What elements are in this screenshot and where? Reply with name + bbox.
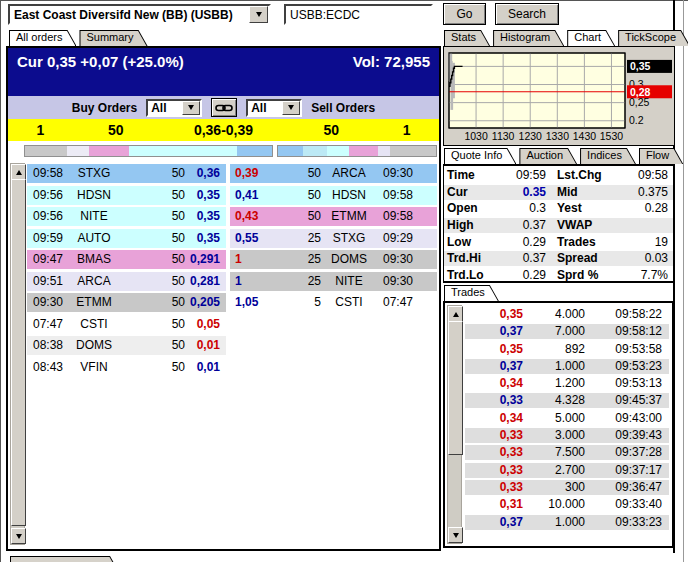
bid-row[interactable]: 09:59AUTO500,35 (27, 229, 226, 248)
quote-value: 09:58 (616, 168, 673, 183)
current-price-text: Cur 0,35 +0,07 (+25.0%) (17, 53, 184, 96)
trade-row[interactable]: 0,371.00009:53:23 (465, 359, 669, 374)
bid-market-maker: HDSN (67, 186, 121, 205)
trade-row[interactable]: 0,3589209:53:58 (465, 342, 669, 357)
depth-segment (378, 146, 391, 156)
quote-label: Time (444, 168, 496, 183)
trade-time: 09:37:28 (585, 445, 669, 460)
scrollbar-thumb[interactable] (11, 179, 26, 526)
ask-row[interactable]: 0,4350ETMM09:58 (230, 207, 437, 226)
x-axis-tick: 1430 (573, 130, 597, 142)
bid-size: 50 (121, 336, 185, 355)
tab-all-orders[interactable]: All orders (9, 30, 76, 46)
bid-row[interactable]: 09:47BMAS500,291 (27, 250, 226, 269)
ask-row[interactable]: 1,055CSTI07:47 (230, 293, 437, 312)
tab-histogram[interactable]: Histogram (493, 30, 564, 46)
trade-row[interactable]: 0,371.00009:33:23 (465, 515, 669, 530)
sell-filter-combobox[interactable]: All (246, 99, 302, 117)
scroll-down-button[interactable] (448, 527, 463, 543)
window-left-edge (0, 0, 1, 562)
bid-time: 08:38 (27, 336, 67, 355)
bid-row[interactable]: 08:38DOMS500,01 (27, 336, 226, 355)
bid-row[interactable]: 09:51ARCA500,281 (27, 272, 226, 291)
instrument-combobox-arrow[interactable] (249, 6, 268, 23)
tab-summary[interactable]: Summary (79, 30, 147, 46)
bid-row[interactable]: 08:43VFIN500,01 (27, 358, 226, 377)
bid-market-maker: ARCA (67, 272, 121, 291)
trade-row[interactable]: 0,341.20009:53:13 (465, 376, 669, 391)
trade-price: 0,33 (465, 428, 523, 443)
trade-price: 0,37 (465, 324, 523, 339)
bid-market-maker: VFIN (67, 358, 121, 377)
trades-scrollbar[interactable] (447, 305, 462, 544)
scroll-up-button[interactable] (11, 164, 26, 180)
trade-row[interactable]: 0,3330009:36:47 (465, 480, 669, 495)
trade-row[interactable]: 0,333.00009:39:43 (465, 428, 669, 443)
tab-indices[interactable]: Indices (580, 148, 636, 164)
trade-row[interactable]: 0,354.00009:58:22 (465, 307, 669, 322)
ask-price: 0,43 (230, 207, 290, 226)
buy-filter-arrow[interactable] (182, 101, 200, 115)
scroll-down-icon (453, 533, 459, 538)
bid-size: 50 (121, 186, 185, 205)
trade-row[interactable]: 0,332.70009:37:17 (465, 463, 669, 478)
bid-total-size: 50 (73, 122, 159, 138)
bottom-tab-stub[interactable] (10, 556, 119, 562)
bid-row[interactable]: 09:56NITE500,35 (27, 207, 226, 226)
x-axis-tick: 1530 (600, 130, 624, 142)
scroll-down-button[interactable] (11, 528, 26, 544)
trade-time: 09:58:12 (585, 324, 669, 339)
trade-row[interactable]: 0,334.32809:45:37 (465, 393, 669, 408)
quote-value: 19 (616, 235, 673, 250)
scrollbar-thumb[interactable] (448, 321, 463, 455)
bid-time: 08:43 (27, 358, 67, 377)
window-outer-right-edge (683, 0, 684, 562)
trade-row[interactable]: 0,337.50009:37:28 (465, 445, 669, 460)
bid-price: 0,205 (185, 293, 226, 312)
buy-filter-combobox[interactable]: All (146, 99, 202, 117)
tab-auction[interactable]: Auction (519, 148, 577, 164)
ask-row[interactable]: 0,5525STXG09:29 (230, 229, 437, 248)
orderbook-scrollbar[interactable] (10, 163, 25, 545)
link-filters-button[interactable] (211, 98, 237, 117)
bid-row[interactable]: 07:47CSTI500,05 (27, 315, 226, 334)
quote-label: Spread (554, 251, 616, 266)
quote-info-row: Trd.Hi0.37Spread0.03 (444, 251, 673, 266)
ask-list: 0,3950ARCA09:300,4150HDSN09:580,4350ETMM… (230, 164, 437, 315)
tab-chart[interactable]: Chart (567, 30, 615, 46)
ask-row[interactable]: 0,4150HDSN09:58 (230, 186, 437, 205)
tab-quote-info[interactable]: Quote Info (444, 148, 516, 164)
ask-row[interactable]: 125NITE09:30 (230, 272, 437, 291)
instrument-combobox[interactable]: East Coast Diversifd New (BB) (USBB) (8, 4, 271, 25)
trade-size: 2.700 (523, 463, 585, 478)
go-button[interactable]: Go (443, 3, 486, 25)
scroll-up-button[interactable] (448, 306, 463, 322)
tab-trades[interactable]: Trades (444, 285, 499, 301)
bid-size: 50 (121, 358, 185, 377)
tab-flow[interactable]: Flow (639, 148, 683, 164)
depth-segment (390, 146, 436, 156)
bid-row[interactable]: 09:56HDSN500,35 (27, 186, 226, 205)
search-button[interactable]: Search (495, 3, 559, 25)
ask-time: 09:58 (377, 207, 437, 226)
depth-segment (327, 146, 349, 156)
trade-row[interactable]: 0,377.00009:58:12 (465, 324, 669, 339)
ask-row[interactable]: 0,3950ARCA09:30 (230, 164, 437, 183)
trade-row[interactable]: 0,3110.00009:33:40 (465, 497, 669, 512)
bid-row[interactable]: 09:58STXG500,36 (27, 164, 226, 183)
trade-row[interactable]: 0,345.00009:43:00 (465, 411, 669, 426)
x-axis-tick: 1230 (519, 130, 543, 142)
sell-filter-arrow[interactable] (282, 101, 300, 115)
tab-stats[interactable]: Stats (444, 30, 490, 46)
depth-segment (129, 146, 238, 156)
symbol-input[interactable] (284, 4, 433, 25)
quote-info-row: Low0.29Trades19 (444, 235, 673, 250)
ask-time: 09:30 (377, 250, 437, 269)
trade-price: 0,34 (465, 376, 523, 391)
bid-row[interactable]: 09:30ETMM500,205 (27, 293, 226, 312)
trade-size: 4.328 (523, 393, 585, 408)
ask-row[interactable]: 125DOMS09:30 (230, 250, 437, 269)
trade-size: 3.000 (523, 428, 585, 443)
tab-tickscope[interactable]: TickScope (618, 30, 688, 46)
quote-value: 0.29 (496, 235, 554, 250)
